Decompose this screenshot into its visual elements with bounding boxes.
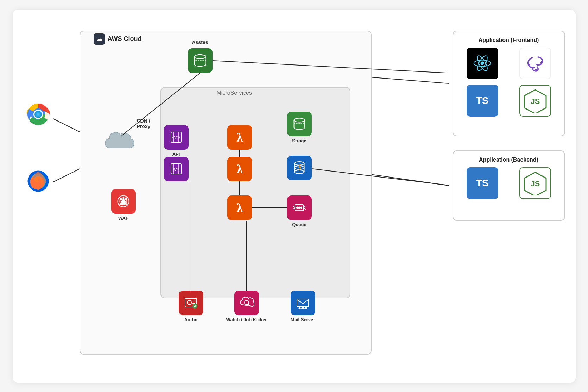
queue-container: Queue (287, 195, 312, 220)
watch-label: Watch / Job Kicker (226, 317, 267, 322)
assets-s3-icon (188, 48, 213, 73)
svg-point-67 (187, 300, 191, 305)
svg-point-55 (294, 118, 305, 122)
firefox-browser (27, 170, 50, 194)
chrome-browser (27, 103, 50, 127)
ts-icon-frontend: TS (467, 85, 498, 117)
svg-text:λ: λ (236, 162, 243, 176)
react-icon (467, 48, 498, 79)
mail-label: Mail Server (291, 317, 315, 322)
cdn-label: CDN / Proxy (137, 118, 151, 129)
svg-point-76 (305, 307, 307, 309)
aws-cloud-icon: ☁ (94, 33, 105, 45)
nodejs-icon-backend: JS (519, 167, 551, 199)
lambda3-icon: λ (227, 195, 252, 220)
api-gw1-icon: </> (164, 125, 189, 150)
storage-icon (287, 112, 312, 136)
authn-container: Authn (179, 291, 203, 315)
microservices-label: MicroServices (217, 90, 252, 96)
svg-point-57 (295, 162, 304, 165)
watch-container: Watch / Job Kicker (234, 291, 259, 315)
assets-label: Asstes (192, 39, 208, 45)
mail-icon (291, 291, 315, 315)
backend-icons-grid: TS JS (459, 167, 559, 199)
watch-icon (234, 291, 259, 315)
svg-point-42 (195, 55, 206, 59)
authn-label: Authn (184, 317, 198, 322)
api-gw2-container: </> (164, 157, 189, 181)
svg-text:JS: JS (530, 97, 540, 106)
aws-cloud-label: ☁ AWS Cloud (94, 33, 142, 45)
svg-point-75 (299, 307, 301, 309)
queue-icon (287, 195, 312, 220)
svg-text:JS: JS (530, 179, 540, 188)
redux-icon (519, 48, 551, 79)
microservices-box (160, 87, 350, 298)
api-label: API (172, 151, 180, 157)
app-frontend-title: Application (Frontend) (459, 37, 559, 43)
lambda2-icon: λ (227, 157, 252, 181)
queue-label: Queue (292, 222, 306, 227)
lambda1-container: λ (227, 125, 252, 150)
svg-point-64 (298, 207, 301, 209)
waf-label: WAF (118, 216, 128, 221)
waf-icon-container: WAF (111, 189, 136, 214)
main-canvas: ☁ AWS Cloud MicroServices Application (F… (13, 10, 576, 383)
app-backend-title: Application (Backend) (459, 157, 559, 163)
cdn-proxy-cloud: CDN / Proxy (103, 129, 135, 155)
frontend-icons-grid: TS JS (459, 48, 559, 117)
api-gw2-icon: </> (164, 157, 189, 181)
mail-container: Mail Server (291, 291, 315, 315)
app-backend-box: Application (Backend) TS JS (453, 150, 565, 221)
authn-icon (179, 291, 203, 315)
lambda3-container: λ (227, 195, 252, 220)
svg-text:λ: λ (236, 130, 243, 144)
svg-text:λ: λ (236, 201, 243, 215)
assets-icon-container: Asstes (188, 48, 213, 73)
storage-label: Strage (292, 138, 306, 143)
db-container (287, 156, 312, 180)
db-icon (287, 156, 312, 180)
svg-point-74 (302, 307, 304, 309)
storage-container: Strage (287, 112, 312, 136)
ts-icon-backend: TS (467, 167, 498, 199)
lambda2-container: λ (227, 157, 252, 181)
app-frontend-box: Application (Frontend) (453, 31, 565, 136)
waf-icon (111, 189, 136, 214)
lambda1-icon: λ (227, 125, 252, 150)
svg-rect-73 (297, 299, 309, 307)
svg-point-18 (481, 62, 484, 65)
svg-point-59 (295, 170, 304, 174)
svg-point-65 (300, 207, 302, 209)
api-gw1-container: </> API (164, 125, 189, 150)
nodejs-icon-frontend: JS (519, 85, 551, 117)
svg-point-63 (296, 207, 298, 209)
